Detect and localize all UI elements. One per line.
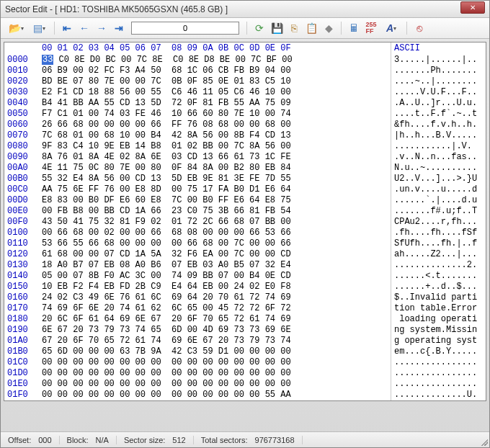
hex-row-bytes[interactable]: 9F 83 C4 10 9E EB 14 B8 01 02 BB 00 7C 8… bbox=[39, 141, 391, 152]
hex-row-ascii[interactable]: SfUfh....fh.|..f bbox=[391, 238, 486, 249]
hex-row-bytes[interactable]: 00 00 00 00 00 00 00 00 00 00 00 00 00 0… bbox=[39, 368, 391, 379]
hex-row-ascii[interactable]: |h..h...B.V..... bbox=[391, 130, 486, 141]
hex-toggle-button[interactable]: 255FF bbox=[363, 20, 379, 36]
hex-row-ascii[interactable]: N.u..~.......... bbox=[391, 163, 486, 174]
hex-row-bytes[interactable]: 18 A0 B7 07 EB 08 A0 B6 07 EB 03 A0 B5 0… bbox=[39, 260, 391, 271]
hex-row-ascii[interactable]: CPAu2....r,fh... bbox=[391, 217, 486, 228]
hex-row-ascii[interactable]: ng system.Missin bbox=[391, 325, 486, 336]
hex-row-ascii[interactable]: g operating syst bbox=[391, 336, 486, 346]
hex-row-ascii[interactable]: loading operati bbox=[391, 314, 486, 325]
hex-row-ascii[interactable]: $..Invalid parti bbox=[391, 292, 486, 303]
paste-button[interactable]: 📋 bbox=[303, 20, 319, 36]
hex-row-bytes[interactable]: 10 EB F2 F4 EB FD 2B C9 E4 64 EB 00 24 0… bbox=[39, 282, 391, 292]
first-sector-button[interactable]: ⇤ bbox=[59, 20, 75, 36]
hex-row-ascii[interactable]: ....t..F.f`.~..t bbox=[391, 109, 486, 120]
hex-row-offset: 0190 bbox=[4, 325, 39, 336]
hex-cursor[interactable]: 33 bbox=[42, 55, 53, 65]
open-dropdown-button[interactable]: 📂▾ bbox=[5, 20, 27, 36]
hex-row-ascii[interactable]: ................ bbox=[391, 379, 486, 390]
font-dropdown-button[interactable]: A▾ bbox=[380, 20, 402, 36]
next-sector-button[interactable]: → bbox=[94, 20, 110, 36]
prev-icon: ← bbox=[79, 23, 89, 33]
save-button[interactable]: 💾 bbox=[269, 20, 285, 36]
hex-row-bytes[interactable]: 00 00 00 00 00 00 00 00 00 00 00 00 00 0… bbox=[39, 379, 391, 390]
hex-row-bytes[interactable]: 6E 67 20 73 79 73 74 65 6D 00 4D 69 73 7… bbox=[39, 325, 391, 336]
hex-row-ascii[interactable]: tion table.Error bbox=[391, 303, 486, 314]
reload-button[interactable]: ⟳ bbox=[251, 20, 267, 36]
hex-row-ascii[interactable]: 3.....|......|.. bbox=[391, 55, 486, 66]
hex-row-ascii[interactable]: ..............2. bbox=[391, 260, 486, 271]
hex-row-offset: 0170 bbox=[4, 303, 39, 314]
hex-row-bytes[interactable]: BD BE 07 80 7E 00 00 7C 0B 0F 85 0E 01 8… bbox=[39, 76, 391, 87]
hex-row-ascii[interactable]: ....~..|........ bbox=[391, 76, 486, 87]
hex-row-ascii[interactable]: U2..V...]...>.}U bbox=[391, 174, 486, 184]
prev-sector-button[interactable]: ← bbox=[76, 20, 92, 36]
hex-row-offset: 00A0 bbox=[4, 163, 39, 174]
total-sectors-label: Total sectors: bbox=[201, 436, 248, 444]
hex-row-bytes[interactable]: 53 66 55 66 68 00 00 00 00 66 68 00 7C 0… bbox=[39, 238, 391, 249]
hex-row-bytes[interactable]: F7 C1 01 00 74 03 FE 46 10 66 60 80 7E 1… bbox=[39, 109, 391, 120]
hex-row-ascii[interactable]: ...........|.V. bbox=[391, 141, 486, 152]
hex-row-ascii[interactable]: .......Ph....... bbox=[391, 66, 486, 76]
sector-size-label: Sector size: bbox=[124, 436, 165, 444]
hex-row-bytes[interactable]: AA 75 6E FF 76 00 E8 8D 00 75 17 FA B0 D… bbox=[39, 184, 391, 195]
copy-button[interactable]: ⎘ bbox=[286, 20, 302, 36]
hex-row-bytes[interactable]: 55 32 E4 8A 56 00 CD 13 5D EB 9E 81 3E F… bbox=[39, 174, 391, 184]
hex-row-bytes[interactable]: 24 02 C3 49 6E 76 61 6C 69 64 20 70 61 7… bbox=[39, 292, 391, 303]
hex-row-bytes[interactable]: 67 20 6F 70 65 72 61 74 69 6E 67 20 73 7… bbox=[39, 336, 391, 346]
hex-row-bytes[interactable]: 33 C0 8E D0 BC 00 7C 8E C0 8E D8 BE 00 7… bbox=[39, 55, 391, 66]
hex-row-ascii[interactable]: .fh....fh....fSf bbox=[391, 228, 486, 238]
hex-row-bytes[interactable]: 20 6C 6F 61 64 69 6E 67 20 6F 70 65 72 6… bbox=[39, 314, 391, 325]
hex-row-bytes[interactable]: 65 6D 00 00 00 63 7B 9A 42 C3 59 D1 00 0… bbox=[39, 346, 391, 357]
hex-row-ascii[interactable]: ......+..d..$... bbox=[391, 282, 486, 292]
resize-grip[interactable] bbox=[479, 437, 488, 446]
hex-row-offset: 00C0 bbox=[4, 184, 39, 195]
toolbar-separator bbox=[406, 22, 407, 35]
hex-row-bytes[interactable]: 61 68 00 00 07 CD 1A 5A 32 F6 EA 00 7C 0… bbox=[39, 249, 391, 260]
hex-row-bytes[interactable]: 05 00 07 8B F0 AC 3C 00 74 09 BB 07 00 B… bbox=[39, 271, 391, 282]
hex-row-ascii[interactable]: .......f#.u;f..T bbox=[391, 206, 486, 217]
hex-row-ascii[interactable]: ......<.t....... bbox=[391, 271, 486, 282]
first-icon: ⇤ bbox=[63, 23, 71, 33]
hex-row-ascii[interactable]: .v..N..n...fas.. bbox=[391, 152, 486, 163]
hex-row-ascii[interactable]: .un.v....u.....d bbox=[391, 184, 486, 195]
hex-row-bytes[interactable]: 00 66 68 00 02 00 00 66 68 08 00 00 00 6… bbox=[39, 228, 391, 238]
hex-row-offset: 01A0 bbox=[4, 336, 39, 346]
hex-row-bytes[interactable]: 8A 76 01 8A 4E 02 8A 6E 03 CD 13 66 61 7… bbox=[39, 152, 391, 163]
hex-row-bytes[interactable]: 26 66 68 00 00 00 00 66 FF 76 08 68 00 0… bbox=[39, 120, 391, 130]
hex-row-bytes[interactable]: E2 F1 CD 18 88 56 00 55 C6 46 11 05 C6 4… bbox=[39, 87, 391, 98]
hex-row-ascii[interactable]: .....V.U.F...F.. bbox=[391, 87, 486, 98]
hex-row-bytes[interactable]: 74 69 6F 6E 20 74 61 62 6C 65 00 45 72 7… bbox=[39, 303, 391, 314]
hex-row-bytes[interactable]: 4E 11 75 0C 80 7E 00 80 0F 84 8A 00 B2 8… bbox=[39, 163, 391, 174]
last-sector-button[interactable]: ⇥ bbox=[111, 20, 127, 36]
hex-row-ascii[interactable]: ......`.|....d.u bbox=[391, 195, 486, 206]
fill-button[interactable]: ◆ bbox=[321, 20, 337, 36]
hex-row-bytes[interactable]: 00 00 00 00 00 00 00 00 00 00 00 00 00 0… bbox=[39, 357, 391, 368]
close-button[interactable]: ✕ bbox=[460, 1, 485, 14]
hex-row-ascii[interactable]: em...c{.B.Y..... bbox=[391, 346, 486, 357]
exit-button[interactable]: ⎋ bbox=[411, 20, 427, 36]
hex-row-bytes[interactable]: 00 00 00 00 00 00 00 00 00 00 00 00 00 0… bbox=[39, 390, 391, 400]
hex-row-bytes[interactable]: 43 50 41 75 32 81 F9 02 01 72 2C 66 68 0… bbox=[39, 217, 391, 228]
hex-row-ascii[interactable]: &fh....f.v.h..h. bbox=[391, 120, 486, 130]
hex-row-ascii[interactable]: ................ bbox=[391, 357, 486, 368]
hex-row-bytes[interactable]: 06 B9 00 02 FC F3 A4 50 68 1C 06 CB FB B… bbox=[39, 66, 391, 76]
hex-row-offset: 0050 bbox=[4, 109, 39, 120]
hex-row-bytes[interactable]: E8 83 00 B0 DF E6 60 E8 7C 00 B0 FF E6 6… bbox=[39, 195, 391, 206]
calculator-button[interactable]: 🖩 bbox=[346, 20, 362, 36]
hex-row-ascii[interactable]: ..............U. bbox=[391, 390, 486, 400]
hex-row-ascii[interactable]: ah.....Z2...|... bbox=[391, 249, 486, 260]
hex-row-ascii[interactable]: .A..U..]r...U.u. bbox=[391, 98, 486, 109]
hex-row-ascii[interactable]: ................ bbox=[391, 368, 486, 379]
hex-row-offset: 0180 bbox=[4, 314, 39, 325]
toolbar-separator bbox=[341, 22, 342, 35]
hex-row-bytes[interactable]: 00 FB B8 00 BB CD 1A 66 23 C0 75 3B 66 8… bbox=[39, 206, 391, 217]
exit-icon: ⎋ bbox=[416, 23, 422, 33]
hex-row-bytes[interactable]: 7C 68 01 00 68 10 00 B4 42 8A 56 00 8B F… bbox=[39, 130, 391, 141]
sector-number-input[interactable] bbox=[131, 22, 239, 35]
paste-icon: 📋 bbox=[306, 23, 318, 33]
hex-row-bytes[interactable]: B4 41 BB AA 55 CD 13 5D 72 0F 81 FB 55 A… bbox=[39, 98, 391, 109]
hex-viewer[interactable]: 00 01 02 03 04 05 06 07 08 09 0A 0B 0C 0… bbox=[4, 42, 486, 401]
hex-row-offset: 0030 bbox=[4, 87, 39, 98]
window-dropdown-button[interactable]: ▤▾ bbox=[28, 20, 50, 36]
